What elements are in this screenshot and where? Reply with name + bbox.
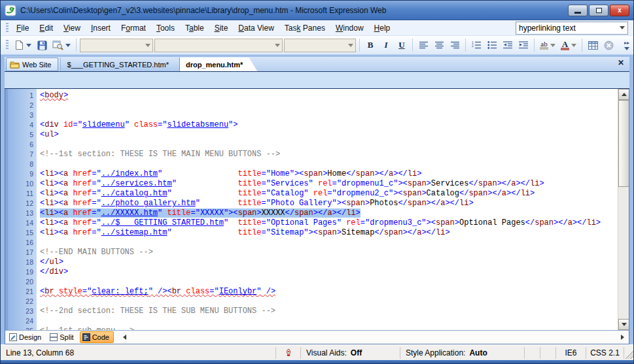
resize-grip[interactable] — [624, 347, 633, 359]
menu-grip[interactable] — [6, 23, 9, 33]
vertical-scroll-thumb[interactable] — [618, 100, 629, 187]
code-line[interactable] — [40, 140, 618, 150]
style-application-status[interactable]: Style Application:Auto — [400, 347, 525, 359]
menu-item-tools[interactable]: Tools — [151, 22, 180, 35]
font-color-button[interactable]: A — [559, 38, 578, 52]
numbered-list-button[interactable]: 12 — [469, 38, 484, 52]
vertical-scrollbar[interactable] — [618, 89, 629, 330]
cursor-position-status: Line 13, Column 68 — [1, 347, 276, 359]
bullet-list-button[interactable] — [485, 38, 499, 52]
code-line[interactable]: <li><a href="../$___GETTING_STARTED.htm"… — [40, 218, 618, 228]
tab-drop-menu[interactable]: drop_menu.htm* — [179, 58, 257, 71]
underline-button[interactable]: U — [395, 38, 409, 52]
scroll-left-button[interactable] — [119, 332, 130, 343]
scroll-right-button[interactable] — [617, 332, 628, 343]
align-center-button[interactable] — [432, 38, 446, 52]
align-left-button[interactable] — [416, 38, 431, 52]
code-line[interactable]: <li><a href="../photo gallery.htm" title… — [40, 199, 618, 208]
code-line[interactable]: </ul> — [40, 257, 618, 267]
menu-item-data-view[interactable]: Data View — [233, 22, 279, 35]
line-number: 10 — [5, 179, 33, 189]
chevron-down-icon — [26, 44, 31, 47]
close-button[interactable]: x — [610, 5, 629, 16]
code-line[interactable] — [40, 316, 618, 326]
code-line[interactable]: <ul> — [40, 130, 618, 140]
publish-status-segment — [276, 347, 301, 359]
code-line[interactable] — [40, 101, 618, 110]
tab-getting-started[interactable]: $___GETTING_STARTED.htm* — [60, 58, 183, 71]
code-line[interactable]: <li><a href="../index.htm" title="Home">… — [40, 169, 618, 179]
decrease-indent-button[interactable] — [501, 38, 515, 52]
font-combobox[interactable] — [154, 39, 283, 52]
code-line[interactable]: <li><a href="../sitemap.htm" title="Site… — [40, 228, 618, 238]
stop-button[interactable] — [601, 38, 616, 52]
code-editor[interactable]: 1234567891011121314151617181920212223242… — [5, 89, 629, 330]
menu-item-format[interactable]: Format — [116, 22, 151, 35]
align-left-icon — [419, 41, 428, 49]
toolbar-grip[interactable] — [6, 40, 9, 50]
bold-icon: B — [368, 40, 374, 50]
search-combo-value: hyperlinking text — [519, 24, 620, 33]
code-line[interactable]: <!--END MAIN BUTTONS --> — [40, 248, 618, 257]
horizontal-scroll-track[interactable] — [130, 332, 616, 343]
chevron-right-icon: ▸▸ — [624, 41, 629, 46]
code-line[interactable] — [40, 238, 618, 248]
split-view-button[interactable]: Split — [47, 331, 78, 343]
line-number: 6 — [5, 140, 33, 150]
code-line[interactable]: <div id="slidemenu" class="slidetabsmenu… — [40, 120, 618, 130]
design-view-button[interactable]: Design — [7, 331, 46, 343]
chevron-down-icon[interactable] — [620, 26, 625, 29]
style-combobox[interactable] — [80, 39, 153, 52]
browser-mode-status[interactable]: IE6 — [556, 347, 586, 359]
code-lines[interactable]: <body><div id="slidemenu" class="slideta… — [37, 89, 618, 330]
save-button[interactable] — [35, 38, 49, 52]
code-line[interactable]: <body> — [40, 91, 618, 101]
code-line[interactable] — [40, 159, 618, 169]
code-view-button[interactable]: Code — [80, 331, 114, 343]
tab-web-site[interactable]: Web Site — [6, 58, 58, 71]
code-line[interactable]: <!--1st section: THESE IS THE MAIN MENU … — [40, 150, 618, 159]
font-color-swatch — [561, 48, 569, 50]
code-line[interactable] — [40, 110, 618, 120]
highlight-color-button[interactable]: ab — [538, 38, 557, 52]
align-right-button[interactable] — [448, 38, 462, 52]
menu-item-help[interactable]: Help — [369, 22, 396, 35]
code-line[interactable]: <li><a href="../XXXXX.htm" title="XXXXX"… — [40, 208, 618, 218]
code-line[interactable]: <li><a href="../services.htm" title="Ser… — [40, 179, 618, 189]
new-document-button[interactable] — [12, 38, 33, 52]
minimize-button[interactable] — [568, 5, 588, 16]
code-line[interactable]: <li><a href="../catalog.htm" title="Cata… — [40, 189, 618, 199]
menu-item-site[interactable]: Site — [209, 22, 234, 35]
menu-item-table[interactable]: Table — [180, 22, 209, 35]
code-line[interactable]: <!--2nd section: THESE IS THE SUB MENU B… — [40, 306, 618, 316]
tab-label: drop_menu.htm* — [186, 61, 243, 69]
scroll-up-button[interactable] — [618, 89, 629, 100]
code-line[interactable] — [40, 297, 618, 306]
chevron-down-icon[interactable] — [571, 44, 576, 47]
code-line[interactable] — [40, 277, 618, 287]
italic-button[interactable]: I — [379, 38, 393, 52]
code-line[interactable]: <br style="clear: left;" /><br class="IE… — [40, 287, 618, 297]
menu-item-insert[interactable]: Insert — [86, 22, 116, 35]
menu-item-window[interactable]: Window — [330, 22, 369, 35]
css-schema-status[interactable]: CSS 2.1 — [586, 347, 624, 359]
menu-item-file[interactable]: File — [11, 22, 34, 35]
visual-aids-status[interactable]: Visual Aids:Off — [301, 347, 400, 359]
preview-in-browser-button[interactable] — [50, 38, 73, 52]
menu-item-task-panes[interactable]: Task Panes — [279, 22, 330, 35]
increase-indent-button[interactable] — [516, 38, 531, 52]
code-line[interactable]: </div> — [40, 267, 618, 277]
chevron-down-icon — [275, 44, 280, 47]
font-size-combobox[interactable] — [284, 39, 356, 52]
chevron-down-icon[interactable] — [550, 44, 555, 47]
vertical-scroll-track[interactable] — [618, 187, 629, 319]
scroll-down-button[interactable] — [618, 319, 629, 330]
search-combo[interactable]: hyperlinking text — [516, 22, 628, 35]
restore-button[interactable] — [589, 5, 608, 16]
bold-button[interactable]: B — [363, 38, 378, 52]
menu-item-view[interactable]: View — [58, 22, 86, 35]
toolbar-options-chevron[interactable]: ▸▸ — [624, 41, 631, 50]
menu-item-edit[interactable]: Edit — [34, 22, 58, 35]
insert-table-button[interactable] — [586, 38, 600, 52]
tab-close-icon[interactable]: ✕ — [618, 58, 624, 67]
